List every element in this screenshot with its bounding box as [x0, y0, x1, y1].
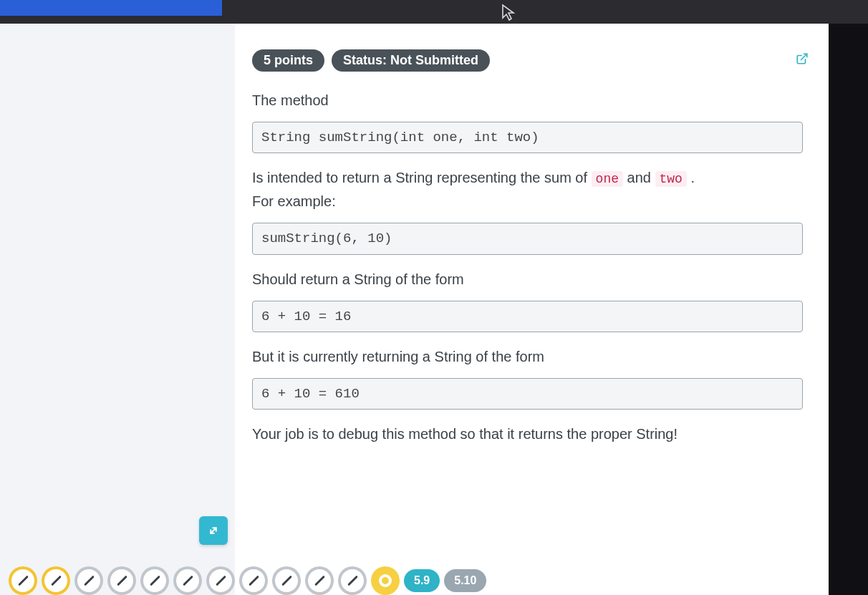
nav-dot-current-marker[interactable] [371, 566, 400, 595]
svg-line-0 [801, 54, 807, 59]
nav-dot-2[interactable] [42, 566, 70, 595]
points-badge: 5 points [252, 49, 324, 72]
example-call-code: sumString(6, 10) [252, 223, 803, 254]
nav-dot-1[interactable] [9, 566, 37, 595]
nav-dot-5[interactable] [140, 566, 169, 595]
inline-code-two: two [655, 171, 687, 187]
nav-dot-8[interactable] [239, 566, 268, 595]
nav-dot-9[interactable] [272, 566, 301, 595]
correct-output-code: 6 + 10 = 16 [252, 301, 803, 332]
should-return-text: Should return a String of the form [252, 268, 803, 291]
example-label: For example: [252, 193, 336, 209]
inline-code-one: one [592, 171, 623, 187]
nav-dot-10[interactable] [305, 566, 334, 595]
nav-dot-7[interactable] [206, 566, 235, 595]
expand-button[interactable] [199, 516, 228, 545]
nav-dot-4[interactable] [107, 566, 136, 595]
intro-text: The method [252, 89, 803, 112]
top-bar [0, 0, 868, 24]
svg-line-1 [211, 528, 216, 533]
badge-row: 5 points Status: Not Submitted [252, 49, 803, 72]
intent-text: Is intended to return a String represent… [252, 166, 803, 213]
nav-dot-3[interactable] [74, 566, 103, 595]
method-signature-code: String sumString(int one, int two) [252, 122, 803, 153]
left-sidebar [0, 24, 235, 595]
nav-current-pill[interactable]: 5.9 [404, 569, 440, 592]
task-text: Your job is to debug this method so that… [252, 422, 803, 445]
nav-dot-11[interactable] [338, 566, 367, 595]
but-text: But it is currently returning a String o… [252, 345, 803, 368]
lesson-nav-footer: 5.9 5.10 [0, 566, 829, 595]
status-badge: Status: Not Submitted [332, 49, 490, 72]
right-edge-panel [829, 24, 868, 595]
wrong-output-code: 6 + 10 = 610 [252, 378, 803, 410]
main-content: 5 points Status: Not Submitted The metho… [235, 24, 829, 595]
problem-text: The method String sumString(int one, int… [252, 89, 803, 589]
nav-dot-6[interactable] [173, 566, 202, 595]
nav-next-pill[interactable]: 5.10 [444, 569, 486, 592]
topbar-blue-segment [0, 0, 222, 16]
open-external-button[interactable] [793, 49, 811, 68]
